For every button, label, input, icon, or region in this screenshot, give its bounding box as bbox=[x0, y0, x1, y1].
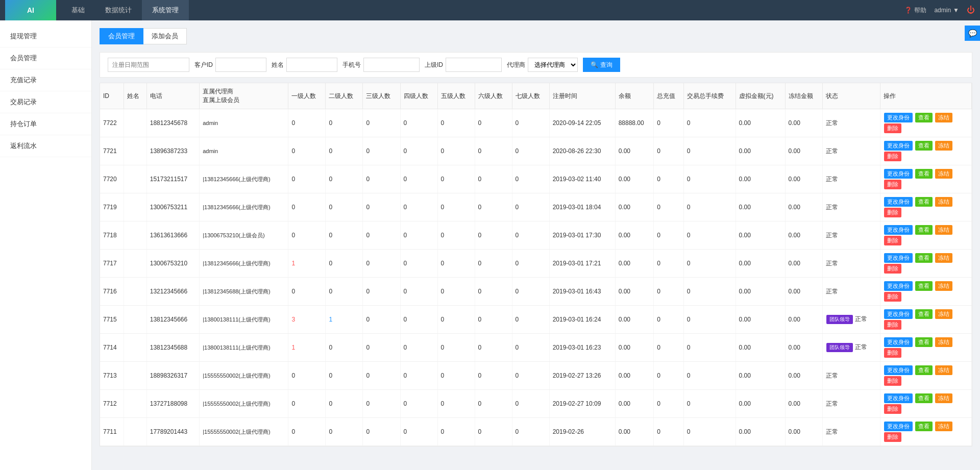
date-range-input[interactable] bbox=[108, 58, 189, 72]
freeze-button[interactable]: 冻结 bbox=[935, 393, 952, 403]
th-virtual: 虚拟金额(元) bbox=[736, 83, 785, 109]
cell-actions: 更改身份 查看 冻结 删除 bbox=[880, 250, 971, 278]
sidebar-item-withdrawal[interactable]: 提现管理 bbox=[0, 26, 91, 47]
change-role-button[interactable]: 更改身份 bbox=[884, 197, 913, 207]
freeze-button[interactable]: 冻结 bbox=[935, 281, 952, 291]
change-role-button[interactable]: 更改身份 bbox=[884, 422, 913, 431]
sidebar-item-members[interactable]: 会员管理 bbox=[0, 47, 91, 69]
parent-id-input[interactable] bbox=[446, 58, 502, 72]
cell-balance: 0.00 bbox=[615, 221, 654, 250]
cell-l1: 0 bbox=[288, 193, 326, 221]
table-row: 7721 13896387233 admin 0 0 0 0 0 0 0 202… bbox=[100, 137, 972, 165]
customer-id-input[interactable] bbox=[215, 58, 266, 72]
delete-button[interactable]: 删除 bbox=[884, 208, 901, 217]
view-button[interactable]: 查看 bbox=[915, 141, 933, 151]
view-button[interactable]: 查看 bbox=[915, 281, 933, 291]
change-role-button[interactable]: 更改身份 bbox=[884, 141, 913, 151]
delete-button[interactable]: 删除 bbox=[884, 348, 901, 358]
freeze-button[interactable]: 冻结 bbox=[935, 422, 952, 431]
cell-phone: 13812345666 bbox=[146, 306, 199, 334]
logout-button[interactable]: ⏻ bbox=[967, 6, 975, 15]
th-agent: 直属代理商直属上级会员 bbox=[200, 83, 288, 109]
cell-total-charge: 0 bbox=[654, 278, 684, 306]
view-button[interactable]: 查看 bbox=[915, 169, 933, 179]
view-button[interactable]: 查看 bbox=[915, 393, 933, 403]
change-role-button[interactable]: 更改身份 bbox=[884, 365, 913, 375]
delete-button[interactable]: 删除 bbox=[884, 404, 901, 414]
view-button[interactable]: 查看 bbox=[915, 225, 933, 235]
delete-button[interactable]: 删除 bbox=[884, 180, 901, 189]
nav-item-basic[interactable]: 基础 bbox=[61, 0, 95, 20]
cell-total-charge: 0 bbox=[654, 250, 684, 278]
cell-l1: 0 bbox=[288, 221, 326, 250]
delete-button[interactable]: 删除 bbox=[884, 320, 901, 330]
status-text: 正常 bbox=[855, 343, 867, 351]
change-role-button[interactable]: 更改身份 bbox=[884, 337, 913, 347]
cell-phone: 13896387233 bbox=[146, 137, 199, 165]
delete-button[interactable]: 删除 bbox=[884, 123, 901, 133]
delete-button[interactable]: 删除 bbox=[884, 376, 901, 386]
freeze-button[interactable]: 冻结 bbox=[935, 141, 952, 151]
change-role-button[interactable]: 更改身份 bbox=[884, 393, 913, 403]
cell-actions: 更改身份 查看 冻结 删除 bbox=[880, 165, 971, 193]
sidebar-item-transactions[interactable]: 交易记录 bbox=[0, 91, 91, 113]
phone-input[interactable] bbox=[363, 58, 420, 72]
sidebar-item-recharge[interactable]: 充值记录 bbox=[0, 69, 91, 91]
cell-l1: 1 bbox=[288, 334, 326, 362]
view-button[interactable]: 查看 bbox=[915, 422, 933, 431]
cell-l1: 0 bbox=[288, 278, 326, 306]
cell-l4: 0 bbox=[400, 278, 437, 306]
name-input[interactable] bbox=[286, 58, 337, 72]
view-button[interactable]: 查看 bbox=[915, 113, 933, 122]
search-button[interactable]: 🔍 查询 bbox=[583, 58, 620, 72]
admin-dropdown[interactable]: admin ▼ bbox=[934, 7, 959, 14]
cell-trade-fee: 0 bbox=[683, 418, 736, 446]
freeze-button[interactable]: 冻结 bbox=[935, 365, 952, 375]
view-button[interactable]: 查看 bbox=[915, 365, 933, 375]
delete-button[interactable]: 删除 bbox=[884, 264, 901, 274]
freeze-button[interactable]: 冻结 bbox=[935, 253, 952, 263]
cell-l3: 0 bbox=[363, 250, 400, 278]
freeze-button[interactable]: 冻结 bbox=[935, 225, 952, 235]
status-text: 正常 bbox=[826, 119, 838, 127]
delete-button[interactable]: 删除 bbox=[884, 432, 901, 442]
freeze-button[interactable]: 冻结 bbox=[935, 197, 952, 207]
cell-actions: 更改身份 查看 冻结 删除 bbox=[880, 306, 971, 334]
change-role-button[interactable]: 更改身份 bbox=[884, 309, 913, 319]
tab-add-member[interactable]: 添加会员 bbox=[143, 28, 187, 44]
view-button[interactable]: 查看 bbox=[915, 337, 933, 347]
cell-reg-time: 2019-03-01 18:04 bbox=[549, 193, 615, 221]
view-button[interactable]: 查看 bbox=[915, 253, 933, 263]
sidebar-item-positions[interactable]: 持仓订单 bbox=[0, 113, 91, 135]
cell-l1: 0 bbox=[288, 137, 326, 165]
nav-item-system[interactable]: 系统管理 bbox=[142, 0, 189, 20]
freeze-button[interactable]: 冻结 bbox=[935, 309, 952, 319]
change-role-button[interactable]: 更改身份 bbox=[884, 253, 913, 263]
tabs: 会员管理 添加会员 bbox=[100, 28, 972, 44]
cell-l3: 0 bbox=[363, 390, 400, 418]
delete-button[interactable]: 删除 bbox=[884, 236, 901, 245]
view-button[interactable]: 查看 bbox=[915, 197, 933, 207]
freeze-button[interactable]: 冻结 bbox=[935, 113, 952, 122]
agent-select[interactable]: 选择代理商 bbox=[528, 58, 578, 72]
view-button[interactable]: 查看 bbox=[915, 309, 933, 319]
tab-member-management[interactable]: 会员管理 bbox=[100, 28, 143, 44]
freeze-button[interactable]: 冻结 bbox=[935, 337, 952, 347]
delete-button[interactable]: 删除 bbox=[884, 152, 901, 161]
change-role-button[interactable]: 更改身份 bbox=[884, 225, 913, 235]
cell-agent: |15555550002(上级代理商) bbox=[200, 390, 288, 418]
chat-icon[interactable]: 💬 bbox=[965, 26, 980, 41]
change-role-button[interactable]: 更改身份 bbox=[884, 113, 913, 122]
th-l6: 六级人数 bbox=[475, 83, 512, 109]
help-link[interactable]: ❓ 帮助 bbox=[904, 6, 926, 15]
freeze-button[interactable]: 冻结 bbox=[935, 169, 952, 179]
cell-actions: 更改身份 查看 冻结 删除 bbox=[880, 418, 971, 446]
nav-item-data-stats[interactable]: 数据统计 bbox=[95, 0, 142, 20]
change-role-button[interactable]: 更改身份 bbox=[884, 169, 913, 179]
change-role-button[interactable]: 更改身份 bbox=[884, 281, 913, 291]
sidebar-item-rebates[interactable]: 返利流水 bbox=[0, 135, 91, 157]
cell-name bbox=[124, 193, 146, 221]
delete-button[interactable]: 删除 bbox=[884, 292, 901, 302]
cell-reg-time: 2019-02-26 bbox=[549, 418, 615, 446]
cell-reg-time: 2019-03-01 16:23 bbox=[549, 334, 615, 362]
